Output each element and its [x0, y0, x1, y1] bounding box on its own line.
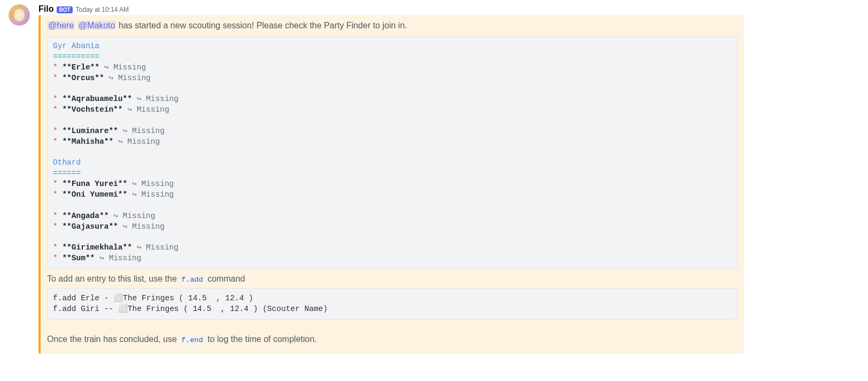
scouting-code-block: Gyr Abania ========== * **Erle** ↪ Missi…	[47, 36, 738, 269]
embed-description: @here @Makoto has started a new scouting…	[47, 19, 738, 32]
author-name[interactable]: Filo	[38, 4, 53, 14]
help-add-pre: To add an entry to this list, use the	[47, 274, 179, 283]
message-timestamp: Today at 10:14 AM	[76, 6, 129, 13]
help-end-post: to log the time of completion.	[205, 335, 317, 344]
mention-user[interactable]: @Makoto	[78, 21, 117, 30]
discord-message: Filo BOT Today at 10:14 AM @here @Makoto…	[0, 0, 868, 354]
help-add-line: To add an entry to this list, use the f.…	[47, 274, 738, 284]
inline-code-add: f.add	[179, 275, 205, 284]
inline-code-end: f.end	[179, 336, 205, 345]
message-header: Filo BOT Today at 10:14 AM	[38, 4, 859, 14]
mention-here[interactable]: @here	[47, 21, 75, 30]
intro-text: has started a new scouting session! Plea…	[116, 21, 407, 30]
message-content: Filo BOT Today at 10:14 AM @here @Makoto…	[38, 4, 859, 354]
avatar[interactable]	[9, 4, 30, 26]
help-add-post: command	[205, 274, 245, 283]
example-code-block: f.add Erle - ⬜The Fringes ( 14.5 , 12.4 …	[47, 288, 738, 320]
bot-tag: BOT	[57, 6, 72, 13]
help-end-line: Once the train has concluded, use f.end …	[47, 335, 738, 344]
embed-container: @here @Makoto has started a new scouting…	[38, 15, 744, 354]
help-end-pre: Once the train has concluded, use	[47, 335, 179, 344]
